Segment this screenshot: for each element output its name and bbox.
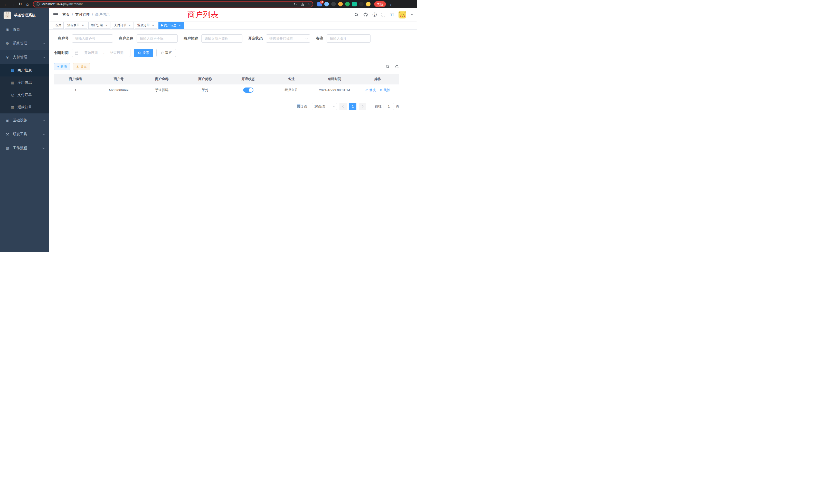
- sidebar-item-pay-order[interactable]: ◎ 支付订单: [0, 89, 49, 101]
- table-header-row: 商户编号 商户号 商户全称 商户简称 开启状态 备注 创建时间 操作: [54, 74, 399, 84]
- share-icon[interactable]: [301, 2, 304, 6]
- tab-merchant-info[interactable]: 商户信息 ×: [158, 22, 184, 29]
- merchant-no-label: 商户号: [54, 36, 69, 41]
- user-avatar[interactable]: [398, 11, 406, 19]
- home-icon[interactable]: ⌂: [24, 1, 31, 7]
- sidebar-item-merchant-info[interactable]: ▤ 商户信息: [0, 64, 49, 76]
- remark-label: 备注: [316, 36, 323, 41]
- search-icon[interactable]: [354, 13, 359, 17]
- goto-page-input[interactable]: [383, 103, 394, 110]
- search-button[interactable]: 搜索: [134, 49, 153, 57]
- extension-puzzle-icon[interactable]: 10: [317, 2, 322, 6]
- url-host: localhost:1024: [42, 2, 62, 6]
- calendar-icon: [75, 51, 79, 55]
- full-name-label: 商户全称: [119, 36, 133, 41]
- extension-drop-icon[interactable]: [324, 2, 329, 6]
- chevron-down-icon: [333, 105, 335, 107]
- merchant-table: 商户编号 商户号 商户全称 商户简称 开启状态 备注 创建时间 操作 1 M23…: [54, 74, 399, 96]
- col-short-name: 商户简称: [183, 74, 226, 84]
- tab-process-form[interactable]: 流程表单 ×: [65, 22, 87, 29]
- status-toggle[interactable]: [243, 88, 254, 93]
- close-icon[interactable]: ×: [81, 24, 85, 27]
- page-size-select[interactable]: 10条/页: [312, 103, 337, 110]
- pagination-goto: 前往 页: [375, 103, 399, 110]
- extension-green-icon[interactable]: [345, 2, 350, 6]
- delete-link[interactable]: 删除: [379, 88, 390, 92]
- col-create-time: 创建时间: [313, 74, 356, 84]
- extensions-area: 10: [317, 2, 371, 6]
- page-content: 商户号 商户全称 商户简称 开启状态: [49, 30, 417, 252]
- close-icon[interactable]: ×: [128, 24, 131, 27]
- url-text: localhost:1024/pay/merchant: [42, 2, 83, 6]
- download-icon: [76, 65, 79, 68]
- breadcrumb-separator: /: [72, 13, 73, 17]
- tab-pay-order[interactable]: 支付订单 ×: [112, 22, 134, 29]
- reset-button[interactable]: 重置: [156, 49, 176, 57]
- bookmark-star-icon[interactable]: ☆: [307, 2, 310, 6]
- close-icon[interactable]: ×: [105, 24, 108, 27]
- status-select[interactable]: [266, 35, 310, 43]
- extension-dark-icon[interactable]: [331, 2, 336, 6]
- extension-note-icon[interactable]: [352, 2, 357, 6]
- edit-link[interactable]: 修改: [365, 88, 376, 92]
- extension-avatar-icon[interactable]: [338, 2, 343, 6]
- app-logo[interactable]: 芋道管理系统: [0, 8, 49, 23]
- back-icon[interactable]: ←: [3, 1, 9, 7]
- password-key-icon[interactable]: [293, 2, 297, 6]
- sidebar-item-refund-order[interactable]: ▥ 退款订单: [0, 101, 49, 113]
- reload-icon[interactable]: ↻: [17, 1, 24, 7]
- fullscreen-icon[interactable]: [381, 13, 386, 17]
- avatar-caret-icon[interactable]: [411, 14, 413, 16]
- tab-user-group[interactable]: 用户分组 ×: [88, 22, 110, 29]
- cell-full-name: 芋道源码: [140, 84, 183, 96]
- github-icon[interactable]: [363, 12, 368, 17]
- sidebar-item-dev-tools[interactable]: ⚒ 研发工具: [0, 127, 49, 141]
- date-start-placeholder[interactable]: 开始日期: [80, 50, 102, 55]
- extension-knot-icon[interactable]: [359, 2, 364, 6]
- address-bar[interactable]: i localhost:1024/pay/merchant ☆: [33, 1, 313, 7]
- cell-create-time: 2021-10-23 08:31:14: [313, 84, 356, 96]
- add-button[interactable]: + 新增: [54, 63, 70, 70]
- remark-input[interactable]: [327, 35, 371, 43]
- create-time-label: 创建时间: [54, 50, 69, 55]
- tab-home[interactable]: 首页: [53, 22, 64, 29]
- hamburger-icon[interactable]: [53, 12, 58, 17]
- sidebar-item-workflow[interactable]: ▩ 工作流程: [0, 141, 49, 155]
- sidebar: 芋道管理系统 ◉ 首页 ⚙ 系统管理 ¥ 支付管理 ▤ 商户信息 ▦ 应用信息: [0, 8, 49, 252]
- browser-toolbar: ← → ↻ ⌂ i localhost:1024/pay/merchant ☆ …: [0, 0, 417, 8]
- status-select-input[interactable]: [266, 35, 310, 43]
- sidebar-item-system[interactable]: ⚙ 系统管理: [0, 37, 49, 50]
- close-icon[interactable]: ×: [178, 24, 181, 27]
- page-number-1[interactable]: 1: [349, 103, 356, 110]
- export-button[interactable]: 导出: [73, 63, 90, 70]
- chrome-update-button[interactable]: 更新: [374, 1, 386, 7]
- chevron-up-icon: [43, 56, 45, 59]
- show-search-icon[interactable]: [386, 64, 390, 69]
- date-range-picker[interactable]: 开始日期 - 结束日期: [72, 49, 130, 57]
- short-name-input[interactable]: [201, 35, 242, 43]
- sidebar-item-pay[interactable]: ¥ 支付管理: [0, 50, 49, 64]
- sidebar-item-home[interactable]: ◉ 首页: [0, 23, 49, 37]
- next-page-button[interactable]: [359, 103, 366, 110]
- full-name-input[interactable]: [137, 35, 178, 43]
- prev-page-button[interactable]: [339, 103, 347, 110]
- sidebar-item-infra[interactable]: ▣ 基础设施: [0, 113, 49, 127]
- info-icon[interactable]: i: [36, 2, 40, 6]
- breadcrumb-section[interactable]: 支付管理: [75, 12, 90, 17]
- sidebar-item-app-info[interactable]: ▦ 应用信息: [0, 76, 49, 89]
- merchant-no-input[interactable]: [72, 35, 113, 43]
- browser-menu-icon[interactable]: ⋮: [388, 2, 394, 6]
- close-icon[interactable]: ×: [151, 24, 155, 27]
- breadcrumb-home[interactable]: 首页: [62, 12, 70, 17]
- extension-emoji-icon[interactable]: [366, 2, 371, 6]
- tab-refund-order[interactable]: 退款订单 ×: [135, 22, 157, 29]
- plus-icon: +: [57, 65, 59, 69]
- help-icon[interactable]: ?: [373, 13, 377, 17]
- font-size-icon[interactable]: TT: [390, 13, 394, 17]
- date-end-placeholder[interactable]: 结束日期: [106, 50, 128, 55]
- extension-badge: 10: [320, 1, 324, 4]
- refresh-icon[interactable]: [395, 64, 399, 69]
- navbar-actions: ? TT: [354, 11, 413, 19]
- chevron-down-icon: [43, 133, 45, 135]
- forward-icon[interactable]: →: [10, 1, 17, 7]
